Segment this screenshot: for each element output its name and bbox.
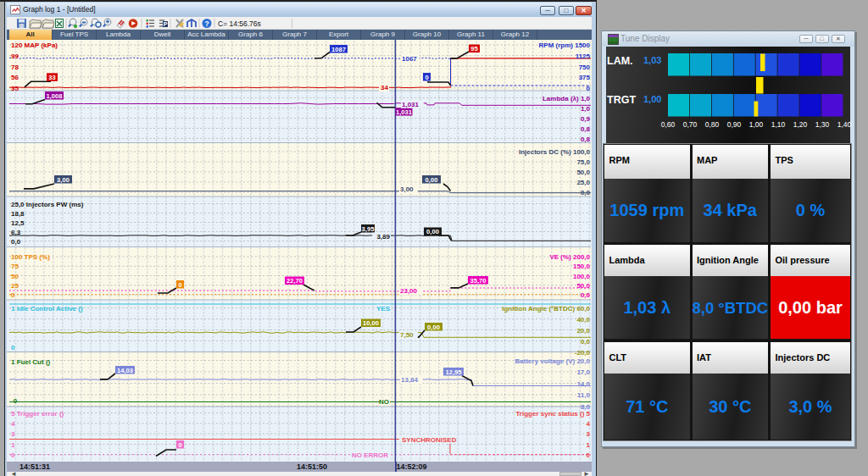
svg-text:?: ?	[204, 19, 209, 28]
svg-text:0: 0	[587, 85, 591, 92]
svg-text:0,8: 0,8	[581, 125, 591, 132]
svg-text:Injectors DC (%) 100,0: Injectors DC (%) 100,0	[519, 148, 591, 156]
svg-text:34: 34	[381, 84, 388, 91]
svg-text:1,40: 1,40	[837, 120, 852, 129]
svg-text:SYNCHRONISED: SYNCHRONISED	[402, 435, 457, 443]
svg-text:0: 0	[587, 451, 591, 458]
svg-text:4: 4	[11, 420, 15, 428]
svg-text:Trigger sync status () 5: Trigger sync status () 5	[515, 409, 590, 417]
svg-text:1 Idle Control Active (): 1 Idle Control Active ()	[11, 305, 83, 313]
svg-text:22,70: 22,70	[287, 277, 303, 285]
svg-text:1,30: 1,30	[815, 120, 830, 129]
svg-text:Lambda (λ) 1,0: Lambda (λ) 1,0	[542, 94, 591, 102]
svg-text:0,0: 0,0	[581, 189, 591, 196]
svg-text:120 MAP (kPa): 120 MAP (kPa)	[11, 42, 58, 49]
svg-text:7,50: 7,50	[400, 330, 414, 338]
svg-text:13,84: 13,84	[401, 376, 419, 384]
svg-text:NO ERROR: NO ERROR	[352, 451, 388, 458]
svg-text:75,0: 75,0	[576, 158, 590, 166]
svg-text:78: 78	[11, 63, 19, 70]
svg-text:50: 50	[11, 272, 19, 280]
svg-text:VE (%) 200,0: VE (%) 200,0	[549, 253, 590, 261]
svg-text:YES: YES	[376, 304, 391, 312]
svg-text:100 TPS (%): 100 TPS (%)	[11, 253, 50, 261]
svg-text:5 Trigger error (): 5 Trigger error ()	[11, 409, 64, 417]
svg-text:0,00: 0,00	[427, 323, 440, 330]
svg-text:11,0: 11,0	[577, 391, 591, 399]
svg-text:14,0: 14,0	[576, 379, 590, 387]
svg-text:150,0: 150,0	[573, 263, 591, 270]
svg-text:0,90: 0,90	[727, 120, 742, 129]
svg-text:14,03: 14,03	[117, 366, 133, 374]
svg-text:-0: -0	[11, 397, 18, 405]
svg-text:0,0: 0,0	[581, 291, 591, 299]
svg-text:1,031: 1,031	[396, 108, 413, 115]
svg-text:0: 0	[11, 291, 15, 299]
svg-text:95: 95	[470, 45, 478, 53]
svg-text:0: 0	[11, 451, 15, 458]
svg-text:-20,0: -20,0	[575, 348, 591, 356]
svg-text:99: 99	[11, 52, 19, 59]
svg-text:0,0: 0,0	[581, 337, 591, 345]
svg-text:25,0 Injectors PW (ms): 25,0 Injectors PW (ms)	[11, 200, 84, 208]
svg-text:3,00: 3,00	[400, 185, 414, 193]
svg-text:40,0: 40,0	[576, 315, 590, 323]
svg-text:1,03: 1,03	[643, 55, 661, 65]
svg-text:NO: NO	[379, 398, 389, 406]
svg-text:1,0: 1,0	[581, 104, 591, 112]
svg-text:P: P	[164, 21, 168, 27]
svg-text:Ignition Angle (°BTDC) 60,0: Ignition Angle (°BTDC) 60,0	[502, 304, 590, 312]
svg-text:100,0: 100,0	[573, 272, 591, 280]
svg-text:1087: 1087	[331, 45, 346, 53]
svg-text:35: 35	[11, 85, 19, 92]
svg-text:33: 33	[48, 74, 55, 81]
svg-text:0,70: 0,70	[683, 120, 698, 129]
svg-text:1,10: 1,10	[771, 120, 786, 129]
svg-text:12,5: 12,5	[11, 219, 25, 226]
svg-text:12,95: 12,95	[445, 368, 462, 375]
svg-text:20,0: 20,0	[576, 326, 590, 334]
svg-text:0: 0	[178, 440, 181, 448]
svg-text:25,0: 25,0	[576, 179, 590, 186]
svg-text:1: 1	[11, 440, 15, 448]
svg-text:75: 75	[11, 263, 19, 270]
svg-text:375: 375	[579, 74, 591, 81]
svg-text:10,00: 10,00	[363, 319, 379, 327]
svg-text:TRGT: TRGT	[607, 94, 636, 106]
svg-text:3,00: 3,00	[57, 175, 70, 183]
svg-text:1 Fuel Cut (): 1 Fuel Cut ()	[11, 357, 51, 365]
svg-text:3,95: 3,95	[362, 224, 376, 232]
svg-text:0,8: 0,8	[581, 135, 591, 142]
svg-text:1,20: 1,20	[793, 120, 808, 129]
svg-text:Battery voltage (V) 20,0: Battery voltage (V) 20,0	[515, 357, 591, 364]
svg-text:17,0: 17,0	[576, 368, 590, 376]
svg-text:50,0: 50,0	[576, 281, 590, 289]
svg-text:0: 0	[11, 343, 15, 351]
svg-text:1125: 1125	[576, 52, 591, 59]
svg-text:3: 3	[11, 430, 15, 438]
svg-text:56: 56	[11, 74, 19, 81]
svg-text:0: 0	[425, 73, 428, 80]
svg-text:RPM (rpm) 1500: RPM (rpm) 1500	[539, 42, 591, 49]
svg-text:LAM.: LAM.	[607, 55, 633, 67]
svg-text:1,00: 1,00	[749, 120, 764, 129]
svg-text:0,00: 0,00	[426, 175, 438, 183]
svg-text:6,3: 6,3	[11, 228, 21, 235]
svg-text:0,9: 0,9	[581, 114, 591, 122]
svg-text:35,70: 35,70	[470, 276, 486, 284]
svg-text:23,00: 23,00	[400, 287, 418, 295]
svg-text:3,89: 3,89	[376, 232, 390, 240]
svg-text:750: 750	[579, 63, 591, 70]
svg-text:1,008: 1,008	[46, 91, 62, 99]
svg-text:18,8: 18,8	[11, 209, 25, 217]
svg-text:1,031: 1,031	[402, 100, 420, 108]
svg-text:0,80: 0,80	[705, 120, 720, 129]
svg-text:1,00: 1,00	[643, 94, 661, 104]
svg-text:25: 25	[11, 281, 19, 289]
svg-text:1: 1	[587, 440, 591, 448]
svg-text:1067: 1067	[402, 55, 417, 63]
svg-text:3: 3	[587, 430, 591, 438]
svg-text:0,0: 0,0	[11, 237, 21, 245]
svg-text:4: 4	[587, 420, 591, 428]
svg-text:0: 0	[178, 280, 181, 288]
